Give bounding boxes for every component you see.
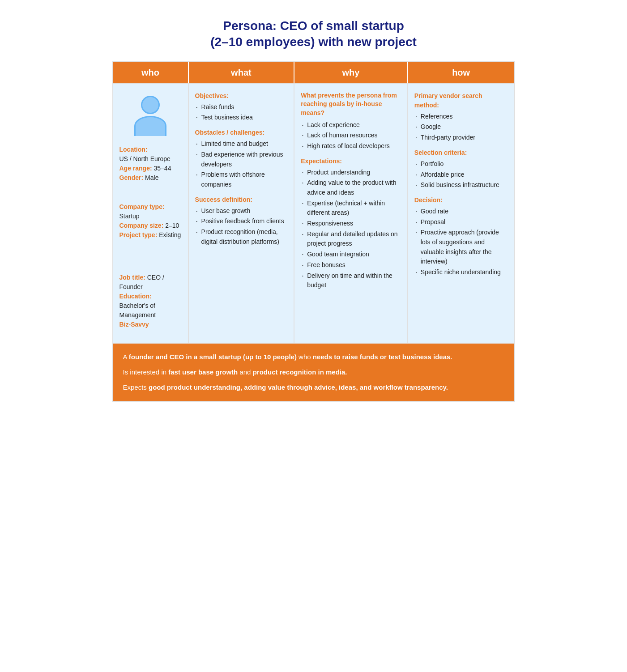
age-label: Age range:: [119, 165, 152, 172]
company-size-label: Company size:: [119, 222, 164, 229]
footer-text-2a: Is interested in: [123, 368, 169, 376]
footer-text-1a: A: [123, 353, 129, 361]
prevents-list: Lack of experience Lack of human resourc…: [301, 120, 401, 151]
company-section: Company type: Startup Company size: 2–10…: [119, 202, 181, 240]
how-column: Primary vendor search method: References…: [408, 84, 514, 343]
list-item: Proposal: [414, 217, 508, 227]
age-value: 35–44: [154, 165, 171, 172]
list-item: Specific niche understanding: [414, 268, 508, 277]
location-section: Location: US / North Europe Age range: 3…: [119, 145, 171, 183]
footer-text-1b: founder and CEO in a small startup (up t…: [129, 353, 297, 361]
footer-text-2c: and: [238, 368, 252, 376]
who-column: Location: US / North Europe Age range: 3…: [113, 84, 189, 343]
footer-text-2d: product recognition in media.: [253, 368, 347, 376]
success-list: User base growth Positive feedback from …: [195, 206, 288, 247]
location-value: US / North Europe: [119, 155, 171, 162]
why-column: What prevents the persona from reaching …: [294, 84, 408, 343]
list-item: User base growth: [195, 206, 288, 216]
list-item: Portfolio: [414, 159, 508, 169]
prevents-title: What prevents the persona from reaching …: [301, 91, 401, 118]
list-item: Adding value to the product with advice …: [301, 178, 401, 197]
persona-grid: who what why how Location: US / North Eu…: [112, 61, 515, 402]
list-item: Product understanding: [301, 168, 401, 178]
footer-text-1c: who: [297, 353, 313, 361]
company-type-label: Company type:: [119, 203, 165, 210]
company-size-value: 2–10: [165, 222, 179, 229]
footer-text-3a: Expects: [123, 383, 149, 391]
obstacles-title: Obstacles / challenges:: [195, 128, 288, 137]
footer-text-3b: good product understanding, adding value…: [149, 383, 448, 391]
list-item: Solid business infrastructure: [414, 180, 508, 190]
list-item: Third-party provider: [414, 133, 508, 143]
list-item: Raise funds: [195, 102, 288, 112]
expectations-title: Expectations:: [301, 157, 401, 166]
list-item: Lack of human resources: [301, 131, 401, 140]
list-item: Problems with offshore companies: [195, 170, 288, 189]
list-item: Positive feedback from clients: [195, 217, 288, 226]
project-type-value: Existing: [159, 231, 181, 238]
list-item: Responsiveness: [301, 219, 401, 229]
list-item: Limited time and budget: [195, 139, 288, 149]
project-type-label: Project type:: [119, 231, 158, 238]
job-title-label: Job title:: [119, 274, 145, 281]
company-type-value: Startup: [119, 213, 140, 220]
selection-list: Portfolio Affordable price Solid busines…: [414, 159, 508, 190]
avatar: [130, 96, 171, 136]
list-item: References: [414, 112, 508, 122]
selection-title: Selection criteria:: [414, 148, 508, 157]
content-row: Location: US / North Europe Age range: 3…: [113, 83, 514, 343]
header-how: how: [408, 62, 514, 83]
avatar-wrap: [119, 91, 182, 139]
education-value: Bachelor's of Management: [119, 302, 156, 319]
header-who: who: [113, 62, 189, 83]
list-item: High rates of local developers: [301, 141, 401, 151]
list-item: Lack of experience: [301, 120, 401, 130]
expectations-list: Product understanding Adding value to th…: [301, 168, 401, 290]
education-label: Education:: [119, 293, 152, 300]
avatar-body: [134, 116, 166, 136]
vendor-list: References Google Third-party provider: [414, 112, 508, 143]
gender-value: Male: [145, 174, 158, 181]
list-item: Good rate: [414, 207, 508, 217]
list-item: Test business idea: [195, 113, 288, 123]
vendor-title: Primary vendor search method:: [414, 91, 508, 110]
header-why: why: [294, 62, 408, 83]
list-item: Affordable price: [414, 170, 508, 180]
obstacles-list: Limited time and budget Bad experience w…: [195, 139, 288, 189]
header-row: who what why how: [113, 62, 514, 83]
list-item: Expertise (technical + within different …: [301, 199, 401, 218]
gender-label: Gender:: [119, 174, 144, 181]
header-what: what: [189, 62, 295, 83]
footer-line-2: Is interested in fast user base growth a…: [123, 367, 504, 378]
job-section: Job title: CEO / Founder Education: Bach…: [119, 273, 182, 329]
list-item: Google: [414, 122, 508, 132]
footer-row: A founder and CEO in a small startup (up…: [113, 343, 514, 401]
persona-card: Persona: CEO of small startup (2–10 empl…: [112, 9, 515, 402]
footer-text-2b: fast user base growth: [168, 368, 238, 376]
footer-line-1: A founder and CEO in a small startup (up…: [123, 352, 504, 362]
footer-line-3: Expects good product understanding, addi…: [123, 382, 504, 393]
list-item: Free bonuses: [301, 260, 401, 270]
what-column: Objectives: Raise funds Test business id…: [189, 84, 295, 343]
location-label: Location:: [119, 146, 148, 153]
objectives-title: Objectives:: [195, 91, 288, 101]
biz-savvy-label: Biz-Savvy: [119, 321, 149, 328]
footer-text-1d: needs to raise funds or test business id…: [313, 353, 452, 361]
list-item: Delivery on time and within the budget: [301, 271, 401, 290]
list-item: Product recognition (media, digital dist…: [195, 227, 288, 247]
avatar-head: [141, 96, 160, 114]
list-item: Proactive approach (provide lots of sugg…: [414, 228, 508, 267]
decision-list: Good rate Proposal Proactive approach (p…: [414, 207, 508, 277]
list-item: Regular and detailed updates on project …: [301, 230, 401, 249]
decision-title: Decision:: [414, 196, 508, 205]
objectives-list: Raise funds Test business idea: [195, 102, 288, 123]
success-title: Success definition:: [195, 195, 288, 204]
list-item: Good team integration: [301, 250, 401, 259]
page-title: Persona: CEO of small startup (2–10 empl…: [112, 9, 515, 61]
list-item: Bad experience with previous developers: [195, 150, 288, 169]
